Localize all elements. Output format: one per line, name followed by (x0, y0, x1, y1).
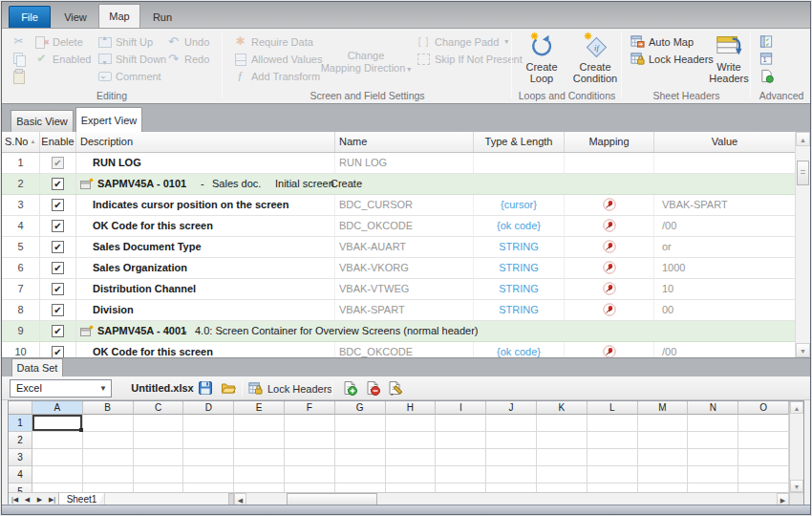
tab-basic-view[interactable]: Basic View (11, 110, 74, 132)
column-header-description[interactable]: Description (76, 132, 335, 152)
mapping-cell[interactable] (565, 237, 654, 257)
grid-cell-a5[interactable] (32, 484, 83, 492)
advanced-document-button[interactable] (759, 68, 774, 84)
grid-column-header-j[interactable]: J (486, 401, 537, 415)
mapping-cell[interactable] (565, 342, 654, 357)
enable-checkbox[interactable]: ✔ (52, 199, 64, 211)
save-button[interactable] (198, 380, 213, 396)
table-row[interactable]: 1✔RUN LOGRUN LOG (2, 153, 795, 174)
grid-cell-b5[interactable] (83, 484, 134, 492)
enable-checkbox[interactable]: ✔ (52, 220, 64, 232)
grid-cell-g1[interactable] (335, 415, 386, 432)
shift-up-button[interactable]: Shift Up (97, 33, 153, 50)
table-row[interactable]: 8✔DivisionVBAK-SPARTSTRING00 (2, 300, 795, 321)
column-header-name[interactable]: Name (335, 132, 474, 152)
advanced-properties-button[interactable] (759, 33, 774, 50)
enabled-button[interactable]: Enabled (34, 51, 91, 67)
grid-cell-d5[interactable] (183, 484, 234, 492)
require-data-button[interactable]: Require Data (233, 33, 313, 50)
mapping-cell[interactable] (565, 195, 654, 215)
tab-expert-view[interactable]: Expert View (75, 107, 142, 132)
table-vertical-scrollbar[interactable]: ▲ ▼ (795, 132, 810, 357)
grid-cell-h4[interactable] (386, 466, 437, 484)
column-header-sno[interactable]: S.No▲ (2, 132, 40, 152)
allowed-values-button[interactable]: Allowed Values (233, 51, 322, 67)
grid-cell-e5[interactable] (234, 484, 285, 492)
grid-column-header-e[interactable]: E (234, 401, 285, 415)
grid-column-header-g[interactable]: G (335, 401, 386, 415)
lock-headers-toolbar-button[interactable]: Lock Headers (248, 380, 332, 397)
change-padd-button[interactable]: Change Padd▾ (417, 33, 508, 50)
advanced-index-button[interactable] (759, 51, 774, 67)
mapping-cell[interactable] (565, 216, 654, 236)
grid-cell-o1[interactable] (738, 415, 789, 432)
grid-cell-l4[interactable] (588, 466, 638, 484)
edit-sheet-button[interactable] (387, 380, 402, 398)
grid-cell-a4[interactable] (32, 466, 83, 484)
grid-cell-l3[interactable] (588, 449, 638, 466)
grid-cell-f1[interactable] (285, 415, 335, 432)
grid-cell-j2[interactable] (486, 432, 537, 449)
grid-cell-g3[interactable] (335, 449, 386, 466)
grid-cell-m2[interactable] (638, 432, 689, 449)
column-header-mapping[interactable]: Mapping (565, 132, 654, 152)
grid-cell-f5[interactable] (285, 484, 335, 492)
grid-cell-c2[interactable] (134, 432, 184, 449)
enable-checkbox[interactable]: ✔ (52, 241, 64, 253)
table-row[interactable]: 9✔SAPMV45A - 4001-4.0: Screen Container … (2, 321, 795, 342)
grid-cell-d1[interactable] (183, 415, 234, 432)
grid-row-header-4[interactable]: 4 (9, 466, 32, 484)
grid-cell-o5[interactable] (738, 484, 789, 492)
grid-cell-j4[interactable] (486, 466, 537, 484)
grid-cell-j5[interactable] (486, 484, 537, 492)
grid-cell-k4[interactable] (537, 466, 588, 484)
grid-cell-c4[interactable] (134, 466, 184, 484)
grid-column-header-c[interactable]: C (134, 401, 184, 415)
grid-cell-m4[interactable] (638, 466, 689, 484)
grid-cell-l1[interactable] (588, 415, 638, 432)
grid-column-header-o[interactable]: O (738, 401, 789, 415)
grid-cell-n2[interactable] (688, 432, 738, 449)
grid-cell-f4[interactable] (285, 466, 335, 484)
undo-button[interactable]: Undo (166, 33, 209, 50)
grid-cell-g2[interactable] (335, 432, 386, 449)
grid-cell-k1[interactable] (537, 415, 588, 432)
scrollbar-thumb[interactable] (797, 161, 809, 185)
format-select[interactable]: Excel ▼ (10, 379, 112, 398)
grid-cell-k3[interactable] (537, 449, 588, 466)
grid-cell-l2[interactable] (588, 432, 638, 449)
grid-column-header-d[interactable]: D (183, 401, 234, 415)
add-row-button[interactable] (342, 380, 357, 398)
grid-column-header-n[interactable]: N (688, 401, 738, 415)
enable-checkbox[interactable]: ✔ (52, 178, 64, 190)
select-all-corner[interactable] (9, 401, 32, 415)
grid-cell-i5[interactable] (436, 484, 486, 492)
grid-cell-e4[interactable] (234, 466, 285, 484)
grid-cell-o3[interactable] (738, 449, 789, 466)
enable-checkbox[interactable]: ✔ (52, 283, 64, 295)
grid-cell-g5[interactable] (335, 484, 386, 492)
grid-cell-k2[interactable] (537, 432, 588, 449)
grid-cell-a2[interactable] (32, 432, 83, 449)
scroll-up-icon[interactable]: ▲ (790, 401, 803, 414)
write-headers-button[interactable]: Write Headers (705, 32, 753, 84)
grid-cell-d2[interactable] (183, 432, 234, 449)
enable-checkbox[interactable]: ✔ (52, 262, 64, 274)
mapping-cell[interactable] (565, 300, 654, 320)
grid-cell-c1[interactable] (134, 415, 184, 432)
grid-cell-h5[interactable] (386, 484, 437, 492)
grid-cell-c5[interactable] (134, 484, 184, 492)
mapping-cell[interactable] (565, 153, 654, 173)
grid-cell-f2[interactable] (285, 432, 335, 449)
create-condition-button[interactable]: Create Condition (568, 32, 622, 84)
create-loop-button[interactable]: Create Loop (518, 32, 566, 84)
grid-column-header-f[interactable]: F (285, 401, 335, 415)
grid-column-header-h[interactable]: H (386, 401, 437, 415)
grid-cell-h3[interactable] (386, 449, 437, 466)
grid-row-header-1[interactable]: 1 (9, 415, 32, 432)
grid-cell-b2[interactable] (83, 432, 134, 449)
ribbon-tab-map[interactable]: Map (98, 4, 140, 28)
tab-data-set[interactable]: Data Set (11, 358, 63, 376)
grid-column-header-i[interactable]: I (436, 401, 486, 415)
spreadsheet-vertical-scrollbar[interactable]: ▲ ▼ (789, 401, 803, 492)
